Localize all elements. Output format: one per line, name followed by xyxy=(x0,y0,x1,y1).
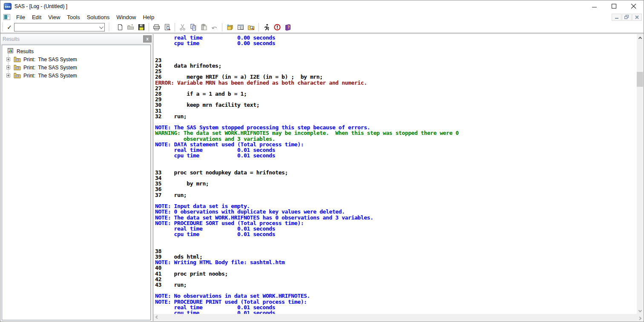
mdi-minimize-button[interactable] xyxy=(612,14,621,21)
maximize-button[interactable] xyxy=(604,0,624,12)
tree-item-print-3[interactable]: Print: The SAS System xyxy=(2,71,150,80)
log-line: 36 xyxy=(155,186,637,192)
results-close-button[interactable]: x xyxy=(143,35,152,43)
maximize-icon xyxy=(612,4,617,9)
tree-item-print-1[interactable]: Print: The SAS System xyxy=(2,55,150,63)
toolbar-separator xyxy=(175,23,175,31)
mdi-close-icon xyxy=(635,15,639,19)
log-window: real time 0.00 seconds cpu time 0.00 sec… xyxy=(153,34,643,321)
results-root-label: Results xyxy=(17,48,34,54)
log-lines[interactable]: real time 0.00 seconds cpu time 0.00 sec… xyxy=(153,34,637,314)
log-line xyxy=(155,164,637,170)
cut-button[interactable] xyxy=(177,22,188,32)
paste-icon xyxy=(201,24,207,31)
horizontal-scrollbar[interactable] xyxy=(153,314,643,321)
copy-button[interactable] xyxy=(188,22,198,32)
help-button[interactable]: ? xyxy=(282,22,293,32)
menu-window[interactable]: Window xyxy=(113,13,139,21)
close-icon xyxy=(631,4,636,9)
log-line: NOTE: The data set WORK.HRIFNOTES has 0 … xyxy=(155,215,637,220)
log-line xyxy=(155,237,637,242)
scroll-up-button[interactable] xyxy=(637,34,643,41)
menu-tools[interactable]: Tools xyxy=(63,13,83,21)
expand-plus-icon[interactable] xyxy=(6,57,10,61)
print-output-icon xyxy=(14,56,21,63)
print-output-icon xyxy=(14,64,21,71)
results-panel-header[interactable]: Results x xyxy=(1,34,153,44)
log-window-icon[interactable] xyxy=(3,14,10,20)
print-output-icon xyxy=(14,72,21,80)
search-folder-icon xyxy=(247,24,255,31)
search-folder-button[interactable] xyxy=(246,22,256,32)
undo-icon xyxy=(211,24,218,30)
new-document-icon xyxy=(117,24,124,31)
log-line: NOTE: 0 observations with duplicate key … xyxy=(155,209,637,214)
undo-button[interactable] xyxy=(209,22,220,32)
title-bar: sas SAS - [Log - (Untitled) ] xyxy=(0,0,644,12)
log-line: 37 run; xyxy=(155,192,637,198)
menu-bar: File Edit View Tools Solutions Window He… xyxy=(0,12,644,22)
results-panel-title: Results xyxy=(3,36,20,42)
scroll-down-button[interactable] xyxy=(637,307,643,314)
log-line: WARNING: The data set WORK.HRIFNOTES may… xyxy=(155,130,637,136)
new-library-button[interactable] xyxy=(224,22,235,32)
explorer-window-button[interactable] xyxy=(235,22,246,32)
scroll-left-button[interactable] xyxy=(153,314,161,321)
menu-view[interactable]: View xyxy=(45,13,63,21)
print-button[interactable] xyxy=(151,22,162,32)
toolbar-grip[interactable] xyxy=(2,23,3,31)
svg-text:?: ? xyxy=(288,25,290,29)
log-line xyxy=(155,46,637,51)
command-dropdown-button[interactable] xyxy=(97,23,104,31)
menu-help[interactable]: Help xyxy=(139,13,158,21)
print-preview-icon xyxy=(164,24,171,31)
toolbar-grip[interactable] xyxy=(108,23,109,31)
open-button[interactable] xyxy=(125,22,136,32)
close-button[interactable] xyxy=(624,0,644,12)
log-line: 35 by mrn; xyxy=(155,181,637,186)
menu-solutions[interactable]: Solutions xyxy=(83,13,113,21)
break-button[interactable] xyxy=(272,22,282,32)
log-line: 41 proc print noobs; xyxy=(155,271,637,276)
menu-file[interactable]: File xyxy=(13,13,29,21)
window-title: SAS - [Log - (Untitled) ] xyxy=(14,3,67,9)
new-document-button[interactable] xyxy=(115,22,125,32)
open-folder-icon xyxy=(127,24,134,31)
log-line: 31 xyxy=(155,108,637,114)
command-input[interactable] xyxy=(14,24,97,31)
log-line xyxy=(155,52,637,57)
mdi-minimize-icon xyxy=(615,15,619,19)
results-root-item[interactable]: Results xyxy=(2,47,150,55)
tree-item-print-2[interactable]: Print: The SAS System xyxy=(2,63,150,71)
expand-plus-icon[interactable] xyxy=(6,66,10,69)
break-exclamation-icon xyxy=(274,24,281,31)
save-button[interactable] xyxy=(136,22,147,32)
chevron-left-icon xyxy=(155,315,158,319)
toolbar-separator xyxy=(259,23,259,31)
vertical-scrollbar[interactable] xyxy=(637,34,643,314)
paste-button[interactable] xyxy=(198,22,209,32)
mdi-close-button[interactable] xyxy=(632,14,642,21)
command-submit-button[interactable]: ✓ xyxy=(5,23,14,31)
log-line: 38 xyxy=(155,248,637,254)
explorer-window-icon xyxy=(237,24,244,31)
log-line: cpu time 0.01 seconds xyxy=(155,153,637,158)
results-panel: Results x Results xyxy=(1,34,153,321)
print-preview-button[interactable] xyxy=(162,22,172,32)
submit-button[interactable] xyxy=(261,22,272,32)
log-line: 24 data hrifnotes; xyxy=(155,63,637,68)
vertical-scroll-thumb[interactable] xyxy=(637,72,643,87)
expand-plus-icon[interactable] xyxy=(6,74,10,77)
minimize-button[interactable] xyxy=(585,0,604,12)
chevron-up-icon xyxy=(638,37,641,40)
new-library-icon xyxy=(226,24,233,31)
save-icon xyxy=(138,24,145,31)
command-bar xyxy=(14,23,105,31)
mdi-restore-button[interactable] xyxy=(622,14,632,21)
menu-edit[interactable]: Edit xyxy=(29,13,45,21)
log-line xyxy=(155,158,637,164)
log-line: cpu time 0.00 seconds xyxy=(155,40,637,46)
scroll-right-button[interactable] xyxy=(636,314,643,321)
log-line: NOTE: No observations in data set WORK.H… xyxy=(155,293,637,299)
results-tree[interactable]: Results xyxy=(2,45,151,320)
